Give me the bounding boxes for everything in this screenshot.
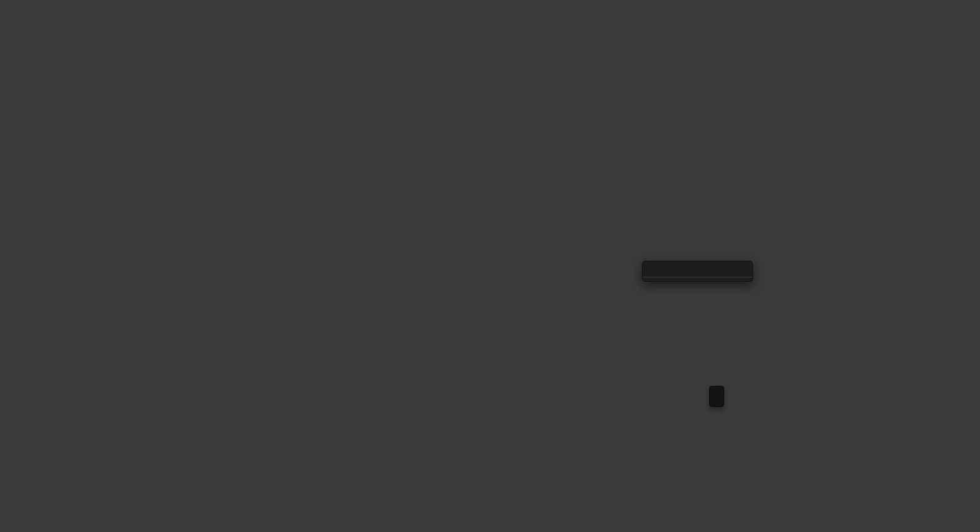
viewport-canvas[interactable] — [0, 0, 980, 532]
tooltip — [709, 386, 724, 407]
viewport-background — [0, 0, 980, 532]
delete-context-menu — [642, 261, 753, 282]
menu-title — [643, 261, 752, 277]
3d-viewport[interactable] — [0, 0, 980, 532]
